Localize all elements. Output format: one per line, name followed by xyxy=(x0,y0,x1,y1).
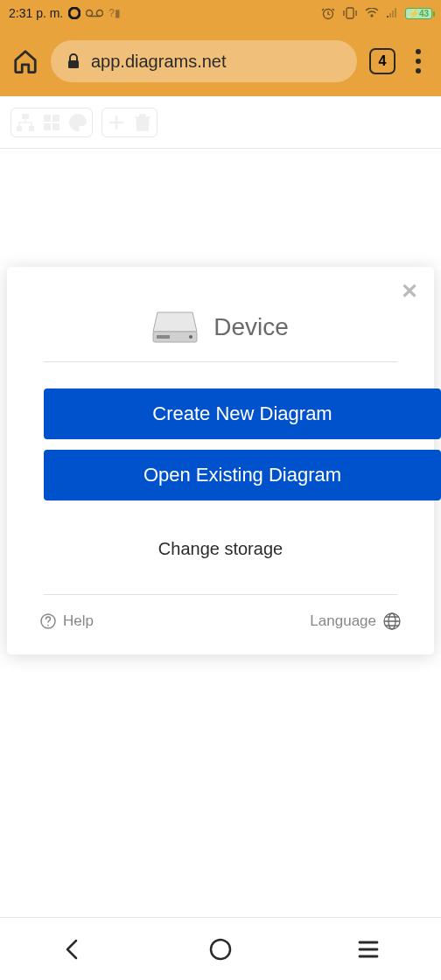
svg-point-1 xyxy=(87,10,93,17)
tab-count-button[interactable]: 4 xyxy=(369,48,396,74)
url-bar[interactable]: app.diagrams.net xyxy=(51,40,357,82)
signal-weak-icon: ?▮ xyxy=(108,7,121,19)
browser-menu-button[interactable] xyxy=(408,49,429,74)
vibrate-icon xyxy=(342,7,358,19)
browser-bar: app.diagrams.net 4 xyxy=(0,26,441,96)
circle-icon xyxy=(68,7,80,19)
svg-rect-15 xyxy=(157,335,170,339)
language-link[interactable]: Language xyxy=(310,612,401,630)
android-nav-bar xyxy=(0,917,441,980)
svg-rect-5 xyxy=(346,8,354,18)
home-icon[interactable] xyxy=(12,48,38,74)
svg-rect-6 xyxy=(68,60,79,68)
svg-rect-10 xyxy=(44,115,51,122)
storage-modal: ✕ Device Create New Diagram Open Existin… xyxy=(7,267,434,654)
url-text: app.diagrams.net xyxy=(91,52,227,72)
nav-back-button[interactable] xyxy=(62,937,83,962)
help-icon xyxy=(40,613,56,629)
lock-icon xyxy=(66,53,80,69)
svg-point-0 xyxy=(69,8,80,18)
svg-rect-7 xyxy=(22,114,29,119)
create-diagram-button[interactable]: Create New Diagram xyxy=(44,388,441,439)
svg-rect-13 xyxy=(52,123,60,130)
sitemap-icon[interactable] xyxy=(15,112,36,133)
status-time: 2:31 p. m. xyxy=(9,6,63,20)
nav-recent-button[interactable] xyxy=(358,940,379,959)
signal-icon xyxy=(386,8,398,18)
voicemail-icon xyxy=(86,9,103,18)
open-diagram-button[interactable]: Open Existing Diagram xyxy=(44,450,441,500)
svg-point-20 xyxy=(211,940,230,959)
globe-icon xyxy=(383,612,401,630)
alarm-icon xyxy=(321,6,335,20)
svg-rect-9 xyxy=(29,126,34,131)
battery-indicator: ⚡43 xyxy=(405,8,432,19)
svg-rect-8 xyxy=(17,126,22,131)
plus-icon[interactable] xyxy=(106,112,127,133)
svg-rect-11 xyxy=(52,115,60,122)
nav-home-button[interactable] xyxy=(208,937,233,962)
palette-icon[interactable] xyxy=(67,112,88,133)
change-storage-link[interactable]: Change storage xyxy=(7,509,434,594)
status-bar: 2:31 p. m. ?▮ ⚡43 xyxy=(0,0,441,26)
trash-icon[interactable] xyxy=(132,112,153,133)
help-link[interactable]: Help xyxy=(40,612,94,630)
svg-rect-12 xyxy=(44,123,51,130)
close-button[interactable]: ✕ xyxy=(401,279,418,304)
svg-point-2 xyxy=(97,10,103,17)
svg-point-16 xyxy=(189,335,192,339)
modal-title: Device xyxy=(214,313,289,341)
grid-icon[interactable] xyxy=(41,112,62,133)
device-icon xyxy=(152,311,198,344)
wifi-icon xyxy=(365,8,379,18)
app-toolbar xyxy=(0,96,441,149)
